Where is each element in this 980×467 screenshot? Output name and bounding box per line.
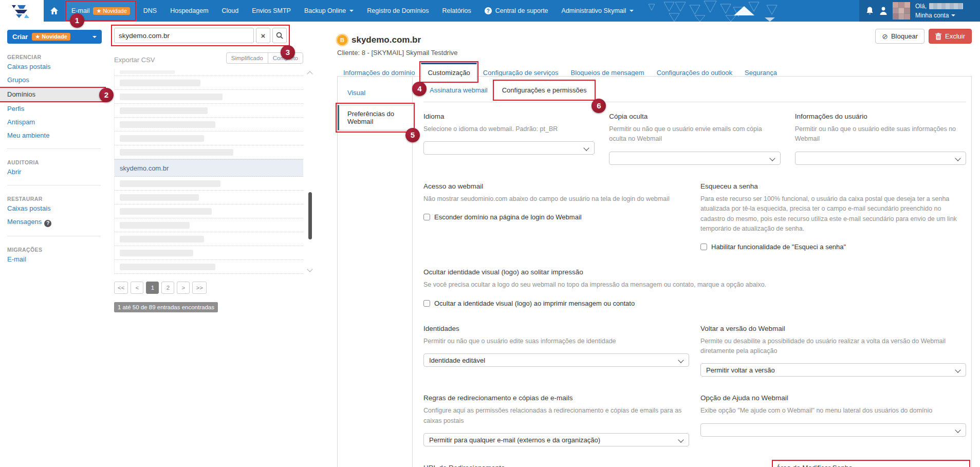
field-description: Permitir ou não que o usuário edite suas… [423, 337, 689, 346]
field-acesso-webmail: Acesso ao webmail Não mostrar seudominio… [423, 182, 689, 251]
sidebar-item-mensagens[interactable]: Mensagens? [0, 215, 108, 230]
sidebar-item-restaurar-caixas[interactable]: Caixas postais [0, 202, 108, 215]
field-esqueceu-senha: Esqueceu a senha Para este recurso ser 1… [700, 182, 966, 251]
list-item-redacted[interactable] [115, 118, 303, 132]
voltar-versao-select[interactable]: Permitir voltar a versão [700, 363, 966, 377]
opcao-ajuda-select[interactable] [700, 423, 966, 437]
nav-home[interactable] [44, 0, 65, 22]
search-input[interactable] [114, 28, 254, 43]
field-area-modificar-senha: Área de Modificar Senha Ocultar ou Exibi… [776, 464, 966, 467]
scroll-up-icon[interactable] [307, 71, 312, 77]
page-next-button[interactable]: > [177, 282, 190, 294]
habilitar-esqueci-senha-checkbox-row[interactable]: Habilitar funcionalidade de "Esqueci a s… [700, 243, 966, 251]
subnav-item-preferencias-webmail[interactable]: Preferências do Webmail 5 [338, 105, 413, 130]
page-first-button[interactable]: << [114, 282, 128, 294]
sidebar-item-perfis[interactable]: Perfis [0, 102, 108, 116]
nav-relatorios[interactable]: Relatórios [435, 0, 477, 22]
skymail-logo-icon [9, 3, 35, 18]
checkbox-icon[interactable] [423, 214, 430, 220]
regras-redirecionamento-select[interactable]: Permitir para qualquer e-mail (externos … [423, 433, 689, 446]
nav-envios-smtp[interactable]: Envios SMTP [245, 0, 298, 22]
list-item-redacted[interactable] [115, 260, 303, 274]
notifications-bell-icon[interactable] [865, 6, 874, 15]
field-label: Acesso ao webmail [423, 182, 689, 190]
trash-icon [935, 33, 941, 40]
minha-conta-menu[interactable]: Minha conta [915, 12, 963, 19]
list-item-redacted[interactable] [115, 191, 303, 204]
annotation-circle-3: 3 [281, 45, 295, 60]
help-icon: ? [485, 7, 492, 14]
informacoes-usuario-select[interactable] [795, 152, 966, 165]
sidebar-item-dominios[interactable]: Domínios2 [0, 88, 105, 101]
section-auditoria: AUDITORIA [0, 159, 108, 165]
list-item-redacted[interactable] [115, 104, 303, 118]
field-label: Identidades [423, 325, 689, 332]
scrollbar-thumb[interactable] [308, 192, 312, 239]
nav-dns[interactable]: DNS [137, 0, 163, 22]
field-description: Se você precisa ocultar a logo do seu we… [423, 280, 966, 290]
page-1-button[interactable]: 1 [146, 282, 159, 294]
list-item-redacted[interactable] [115, 246, 303, 260]
list-item-redacted[interactable] [115, 90, 303, 104]
list-item-selected-domain[interactable]: skydemo.com.br [115, 159, 303, 177]
identidades-select[interactable]: Identidade editável [423, 353, 689, 367]
clear-search-button[interactable]: × [256, 28, 270, 43]
subtab-configuracoes-permissoes[interactable]: Configurações e permissões 6 [496, 83, 593, 98]
search-button[interactable] [272, 28, 287, 43]
avatar[interactable] [893, 2, 910, 20]
list-item-redacted[interactable] [115, 76, 303, 90]
main-content: ⊘Bloquear Excluir B skydemo.com.br Clien… [315, 22, 980, 467]
list-item-redacted[interactable] [115, 177, 303, 191]
sidebar-item-meu-ambiente[interactable]: Meu ambiente [0, 129, 108, 142]
block-icon: ⊘ [882, 33, 888, 40]
scroll-down-icon[interactable] [307, 266, 312, 272]
home-icon [50, 7, 58, 14]
export-csv-link[interactable]: Exportar CSV [114, 56, 155, 64]
page-2-button[interactable]: 2 [161, 282, 174, 294]
subnav-item-visual[interactable]: Visual [338, 86, 412, 100]
field-ocultar-logo: Ocultar identidade visual (logo) ao soli… [423, 268, 966, 307]
divider [7, 148, 101, 149]
idioma-select[interactable] [423, 141, 595, 155]
list-scrollbar[interactable] [306, 69, 313, 274]
nav-backup-online[interactable]: Backup Online [298, 0, 360, 22]
list-item-redacted[interactable] [115, 145, 303, 159]
nav-email[interactable]: E-mail ★Novidade 1 [65, 0, 137, 22]
list-item-redacted[interactable] [115, 232, 303, 246]
subtab-assinatura-webmail[interactable]: Assinatura webmail [423, 83, 494, 98]
sidebar-item-grupos[interactable]: Grupos [0, 73, 108, 87]
user-icon[interactable] [879, 6, 887, 15]
esconder-dominio-checkbox-row[interactable]: Esconder domínio na página de login do W… [423, 213, 689, 221]
list-item-redacted[interactable] [115, 218, 303, 232]
field-description: Permitir ou não que o usuário envie emai… [609, 124, 780, 144]
nav-central-suporte[interactable]: ?Central de suporte [478, 0, 555, 22]
page-last-button[interactable]: >> [192, 282, 206, 294]
checkbox-icon[interactable] [700, 244, 707, 250]
excluir-button[interactable]: Excluir [929, 29, 972, 44]
ocultar-logo-checkbox-row[interactable]: Ocultar a identidade visual (logo) ao im… [423, 300, 966, 307]
sidebar-item-caixas-postais[interactable]: Caixas postais [0, 60, 108, 73]
checkbox-icon[interactable] [423, 300, 430, 307]
sidebar-item-email-migracao[interactable]: E-mail [0, 253, 108, 266]
nav-registro-dominios[interactable]: Registro de Domínios [360, 0, 435, 22]
divider [7, 236, 101, 236]
page-prev-button[interactable]: < [131, 282, 143, 294]
copia-oculta-select[interactable] [609, 152, 780, 165]
simplificado-button[interactable]: Simplificado [226, 52, 268, 64]
list-item-redacted[interactable] [115, 69, 303, 76]
nav-hospedagem[interactable]: Hospedagem [163, 0, 215, 22]
sidebar-item-antispam[interactable]: Antispam [0, 116, 108, 129]
list-item-redacted[interactable] [115, 132, 303, 145]
list-item-redacted[interactable] [115, 204, 303, 218]
search-icon [276, 32, 283, 39]
nav-cloud[interactable]: Cloud [215, 0, 246, 22]
field-label: Idioma [423, 113, 595, 120]
tab-customizacao[interactable]: Customização4 [421, 63, 476, 81]
sidebar-item-abrir[interactable]: Abrir [0, 165, 108, 179]
nav-administrativo[interactable]: Administrativo Skymail [555, 0, 641, 22]
webmail-subtabs: Assinatura webmail Configurações e permi… [423, 77, 966, 102]
field-voltar-versao: Voltar a versão do Webmail Permite ou de… [700, 325, 966, 377]
triangle-pattern-decoration [643, 0, 859, 22]
bloquear-button[interactable]: ⊘Bloquear [875, 29, 924, 44]
criar-button[interactable]: Criar ★Novidade [7, 30, 102, 44]
